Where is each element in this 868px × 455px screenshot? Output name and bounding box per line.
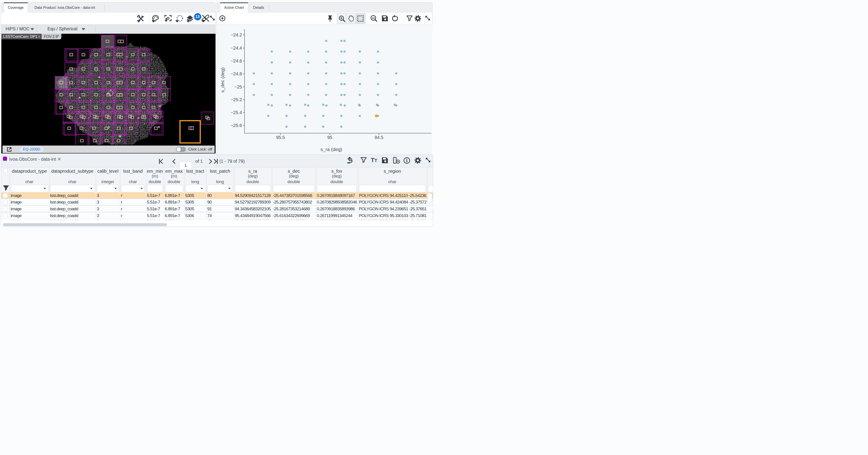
svg-text:−25.6: −25.6 xyxy=(230,123,242,128)
svg-text:94.5: 94.5 xyxy=(374,135,383,140)
svg-text:−25.4: −25.4 xyxy=(230,110,242,115)
svg-text:−25: −25 xyxy=(234,84,242,89)
svg-text:−24.8: −24.8 xyxy=(230,71,242,76)
svg-text:s_ra (deg): s_ra (deg) xyxy=(320,147,342,152)
svg-text:s_dec (deg): s_dec (deg) xyxy=(220,67,225,93)
svg-text:95: 95 xyxy=(327,135,332,140)
svg-text:−24.4: −24.4 xyxy=(230,46,242,51)
svg-text:95.5: 95.5 xyxy=(276,135,285,140)
svg-text:T: T xyxy=(371,157,374,163)
svg-text:1X: 1X xyxy=(372,17,375,19)
svg-text:T: T xyxy=(374,158,377,163)
svg-text:−24.2: −24.2 xyxy=(230,32,242,37)
svg-text:−25.2: −25.2 xyxy=(230,97,242,102)
svg-text:−24.6: −24.6 xyxy=(230,58,242,63)
